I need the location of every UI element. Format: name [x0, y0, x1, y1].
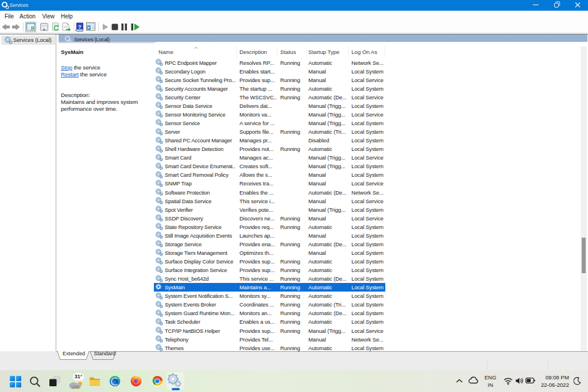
- svg-text:?: ?: [78, 24, 82, 30]
